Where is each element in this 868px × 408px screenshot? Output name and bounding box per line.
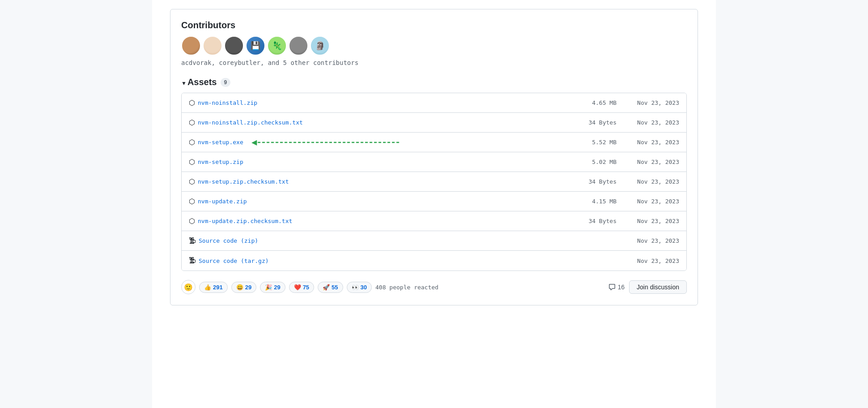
reactions-bar: 🙂 👍 291 😄 29 🎉 29 ❤️ 75 🚀 55 — [181, 280, 687, 294]
dashed-arrow-annotation: ◀ — [251, 138, 401, 146]
asset-name-cell: ⬡ nvm-setup.zip.checksum.txt — [189, 177, 563, 186]
asset-name-cell: 🗜 Source code (tar.gz) — [189, 257, 563, 265]
avatar-7[interactable]: 🗿 — [310, 36, 330, 56]
asset-name-cell: ⬡ nvm-update.zip.checksum.txt — [189, 217, 563, 225]
asset-size: 34 Bytes — [563, 119, 617, 126]
heart-count: 75 — [303, 284, 309, 291]
comment-icon — [608, 283, 616, 291]
asset-link-nvm-setup-zip[interactable]: nvm-setup.zip — [198, 159, 243, 165]
avatar-2[interactable] — [203, 36, 222, 56]
heart-emoji: ❤️ — [294, 284, 301, 291]
package-icon: ⬡ — [189, 217, 195, 225]
asset-name-cell: 🗜 Source code (zip) — [189, 237, 563, 245]
assets-section: Assets 9 ⬡ nvm-noinstall.zip 4.65 MB Nov… — [181, 77, 687, 271]
avatar-6[interactable] — [289, 36, 308, 56]
add-reaction-button[interactable]: 🙂 — [181, 280, 196, 294]
asset-link-nvm-setup-exe[interactable]: nvm-setup.exe — [198, 139, 243, 146]
reaction-thumbsup[interactable]: 👍 291 — [199, 282, 228, 293]
eyes-emoji: 👀 — [352, 284, 359, 291]
package-icon: ⬡ — [189, 197, 195, 206]
laugh-count: 29 — [245, 284, 251, 291]
asset-link-nvm-update-checksum[interactable]: nvm-update.zip.checksum.txt — [198, 218, 292, 224]
eyes-count: 30 — [361, 284, 367, 291]
contributors-section: Contributors 💾 🦎 🗿 acdvorak, coreybutler… — [181, 20, 687, 66]
avatar-3[interactable] — [224, 36, 244, 56]
asset-date: Nov 23, 2023 — [617, 159, 679, 165]
package-icon: ⬡ — [189, 177, 195, 186]
asset-link-nvm-noinstall-zip[interactable]: nvm-noinstall.zip — [198, 99, 257, 106]
asset-name-cell: ⬡ nvm-setup.zip — [189, 158, 563, 166]
avatar-5[interactable]: 🦎 — [267, 36, 287, 56]
table-row: ⬡ nvm-update.zip.checksum.txt 34 Bytes N… — [182, 211, 686, 231]
table-row: ⬡ nvm-noinstall.zip 4.65 MB Nov 23, 2023 — [182, 93, 686, 113]
join-discussion-button[interactable]: Join discussion — [629, 280, 687, 294]
thumbsup-emoji: 👍 — [204, 284, 211, 291]
discussion-count: 16 — [608, 283, 625, 291]
assets-title[interactable]: Assets — [181, 77, 217, 87]
asset-size: 34 Bytes — [563, 218, 617, 224]
contributors-title: Contributors — [181, 20, 687, 30]
asset-name-cell: ⬡ nvm-noinstall.zip — [189, 99, 563, 107]
table-row: ⬡ nvm-update.zip 4.15 MB Nov 23, 2023 — [182, 192, 686, 211]
asset-name-cell: ⬡ nvm-noinstall.zip.checksum.txt — [189, 118, 563, 127]
arrow-head-icon: ◀ — [251, 138, 257, 146]
contributors-text: acdvorak, coreybutler, and 5 other contr… — [181, 59, 687, 66]
asset-link-source-targz[interactable]: Source code (tar.gz) — [199, 258, 269, 264]
discussion-area: 16 Join discussion — [608, 280, 687, 294]
dashed-line-svg — [258, 140, 401, 145]
reactions-total: 408 people reacted — [375, 284, 438, 291]
table-row: ⬡ nvm-noinstall.zip.checksum.txt 34 Byte… — [182, 113, 686, 133]
avatar-1[interactable] — [181, 36, 201, 56]
asset-date: Nov 23, 2023 — [617, 198, 679, 205]
asset-link-nvm-setup-checksum[interactable]: nvm-setup.zip.checksum.txt — [198, 178, 289, 185]
avatar-4[interactable]: 💾 — [246, 36, 265, 56]
party-emoji: 🎉 — [265, 284, 272, 291]
rocket-emoji: 🚀 — [323, 284, 330, 291]
package-icon: ⬡ — [189, 99, 195, 107]
source-icon: 🗜 — [189, 237, 196, 245]
reaction-laugh[interactable]: 😄 29 — [231, 282, 256, 293]
asset-size: 5.52 MB — [563, 139, 617, 146]
reaction-heart[interactable]: ❤️ 75 — [289, 282, 314, 293]
table-row: ⬡ nvm-setup.exe ◀ 5.52 MB Nov 23, 2023 — [182, 133, 686, 152]
reaction-party[interactable]: 🎉 29 — [260, 282, 285, 293]
asset-size: 4.15 MB — [563, 198, 617, 205]
reaction-rocket[interactable]: 🚀 55 — [318, 282, 343, 293]
rocket-count: 55 — [332, 284, 338, 291]
assets-table: ⬡ nvm-noinstall.zip 4.65 MB Nov 23, 2023… — [181, 93, 687, 271]
asset-name-cell: ⬡ nvm-update.zip — [189, 197, 563, 206]
package-icon: ⬡ — [189, 118, 195, 127]
asset-date: Nov 23, 2023 — [617, 258, 679, 264]
source-icon: 🗜 — [189, 257, 196, 265]
asset-date: Nov 23, 2023 — [617, 99, 679, 106]
table-row: ⬡ nvm-setup.zip 5.02 MB Nov 23, 2023 — [182, 152, 686, 172]
discussion-count-text: 16 — [617, 283, 625, 291]
table-row: ⬡ nvm-setup.zip.checksum.txt 34 Bytes No… — [182, 172, 686, 192]
asset-link-nvm-update-zip[interactable]: nvm-update.zip — [198, 198, 247, 205]
asset-date: Nov 23, 2023 — [617, 139, 679, 146]
asset-size: 4.65 MB — [563, 99, 617, 106]
party-count: 29 — [274, 284, 280, 291]
asset-link-nvm-noinstall-checksum[interactable]: nvm-noinstall.zip.checksum.txt — [198, 119, 303, 126]
avatars-row: 💾 🦎 🗿 — [181, 36, 687, 56]
thumbsup-count: 291 — [213, 284, 223, 291]
asset-date: Nov 23, 2023 — [617, 178, 679, 185]
asset-date: Nov 23, 2023 — [617, 218, 679, 224]
reaction-eyes[interactable]: 👀 30 — [347, 282, 372, 293]
assets-header: Assets 9 — [181, 77, 687, 87]
asset-date: Nov 23, 2023 — [617, 237, 679, 244]
asset-name-cell: ⬡ nvm-setup.exe ◀ — [189, 138, 563, 146]
laugh-emoji: 😄 — [236, 284, 243, 291]
package-icon: ⬡ — [189, 138, 195, 146]
table-row: 🗜 Source code (zip) Nov 23, 2023 — [182, 231, 686, 251]
asset-size: 34 Bytes — [563, 178, 617, 185]
table-row: 🗜 Source code (tar.gz) Nov 23, 2023 — [182, 251, 686, 271]
package-icon: ⬡ — [189, 158, 195, 166]
asset-date: Nov 23, 2023 — [617, 119, 679, 126]
asset-link-source-zip[interactable]: Source code (zip) — [199, 237, 258, 244]
assets-count: 9 — [221, 78, 231, 87]
asset-size: 5.02 MB — [563, 159, 617, 165]
